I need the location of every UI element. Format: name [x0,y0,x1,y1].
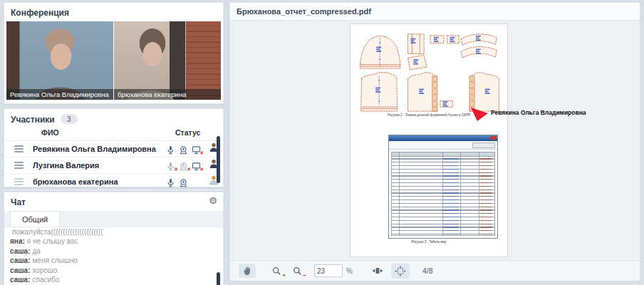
left-column: Конференция Ревякина Ольга Владимировна … [4,2,224,285]
viewer-toolbar: + − % [230,260,640,281]
chat-text: пожалуйста(((((((((((((((((((((( [12,228,103,236]
document-panel: Брюханова_отчет_compressed.pdf [229,2,640,280]
page-indicator: 4/8 [422,266,433,275]
participants-table-header: ФИО Статус [4,128,223,141]
hand-icon [242,266,252,276]
fit-page-icon [395,266,406,276]
fit-page-button[interactable] [391,264,410,279]
chat-message: саша:да [10,247,217,256]
video-grid: Ревякина Ольга Владимировна брюханова ек… [4,21,223,100]
zoom-out-button[interactable]: − [289,264,306,278]
microphone-status-icon[interactable]: ✕ [166,161,176,170]
video-name-overlay: Ревякина Ольга Владимировна [6,89,113,100]
participant-avatar-icon[interactable] [204,159,223,172]
magnifier-plus-icon [272,266,281,276]
participants-panel: Участники3 ФИО Статус Ревякина Ольга Вла… [4,108,224,187]
participant-name: Лузгина Валерия [33,161,166,170]
chat-text: спасибо [32,276,59,284]
fit-width-button[interactable] [368,264,387,278]
fit-width-icon [372,266,383,276]
participants-scrollbar[interactable] [217,136,220,183]
conference-panel-title: Конференция [4,3,223,21]
participants-panel-header: Участники3 [4,109,223,128]
chat-author: саша: [10,266,30,274]
document-title: Брюханова_отчет_compressed.pdf [230,3,640,21]
webcam-status-icon[interactable]: ✕ [179,177,189,187]
chat-message: яна:я не слышу вас [10,237,217,246]
participants-table-body: Ревякина Ольга Владимировна ✕ ✕ ✕ [4,141,223,190]
drag-handle-icon[interactable] [4,162,33,169]
window-button [472,142,495,148]
webcam-status-icon[interactable]: ✕ [179,145,189,154]
presenter-pointer: Ревякина Ольга Владимировна [470,107,489,125]
chat-tabbar: Общий [4,211,223,227]
conference-panel: Конференция Ревякина Ольга Владимировна … [4,2,224,104]
chat-title: Чат [11,197,26,207]
participants-count-badge: 3 [61,114,78,124]
column-header-status: Статус [175,128,200,137]
screen-share-status-icon[interactable]: ✕ [192,161,202,170]
participants-title: Участники [11,115,55,125]
chat-message-list[interactable]: пожалуйста(((((((((((((((((((((( яна:я н… [4,227,223,285]
participant-row[interactable]: Лузгина Валерия ✕ ✕ ✕ [4,157,223,174]
column-header-name: ФИО [41,128,59,137]
chat-author: саша: [10,247,30,255]
chat-scrollbar[interactable] [217,272,220,285]
webcam-video [6,21,113,100]
chat-text: да [32,247,40,255]
microphone-status-icon[interactable]: ✕ [166,177,176,187]
drag-handle-icon[interactable] [4,145,33,152]
chat-message: саша:хорошо. [10,266,217,275]
zoom-in-button[interactable]: + [269,264,285,278]
percent-label: % [346,267,353,275]
chat-author: саша: [10,256,30,264]
chat-text: меня слышно [32,256,77,264]
chat-panel: Чат ⚙ Общий пожалуйста((((((((((((((((((… [4,192,224,285]
window-toolbar [389,141,497,150]
participant-avatar-icon[interactable] [204,142,223,155]
participant-name: Ревякина Ольга Владимировна [33,145,166,153]
participant-row[interactable]: брюханова екатерина ✕ ✕ ✕ [4,174,223,190]
screen-share-status-icon[interactable]: ✕ [192,145,202,154]
chat-author: яна: [10,237,25,245]
figure3-caption: Рисунок 3 - Табель мер [350,240,507,244]
magnifier-minus-icon [293,266,302,276]
measurement-table-screenshot [388,135,498,239]
pdf-page: Рисунок 2 - Лекала деталей форменной блу… [350,24,508,257]
pan-tool-button[interactable] [239,264,256,278]
participant-avatar-icon[interactable] [204,175,223,188]
webcam-video [114,21,221,100]
pointer-label: Ревякина Ольга Владимировна [491,109,586,116]
window-table-grid [391,152,495,236]
webcam-status-icon[interactable]: ✕ [179,161,189,170]
tab-general[interactable]: Общий [10,211,60,227]
chat-message: пожалуйста(((((((((((((((((((((( [10,227,217,237]
window-close-icon [490,136,497,140]
chat-panel-header: Чат ⚙ [4,192,223,211]
window-titlebar [389,135,497,141]
participant-row[interactable]: Ревякина Ольга Владимировна ✕ ✕ ✕ [4,141,223,157]
chat-message: саша:меня слышно [10,256,217,265]
chat-text: я не слышу вас [27,237,78,245]
settings-gear-icon[interactable]: ⚙ [209,196,217,205]
chat-text: хорошо. [32,266,59,274]
video-tile[interactable]: Ревякина Ольга Владимировна [6,21,113,100]
microphone-status-icon[interactable]: ✕ [166,145,176,154]
pdf-viewer-area[interactable]: Рисунок 2 - Лекала деталей форменной блу… [230,21,640,260]
video-tile[interactable]: брюханова екатерина [114,21,221,100]
pointer-arrow-icon [470,107,489,122]
drag-handle-icon[interactable] [4,178,33,185]
participant-name: брюханова екатерина [33,177,166,186]
pattern-drawing-figure [353,28,506,114]
chat-author: саша: [10,276,30,284]
video-name-overlay: брюханова екатерина [114,89,221,100]
chat-message: саша:спасибо [10,275,217,284]
zoom-level-input[interactable] [314,264,343,277]
